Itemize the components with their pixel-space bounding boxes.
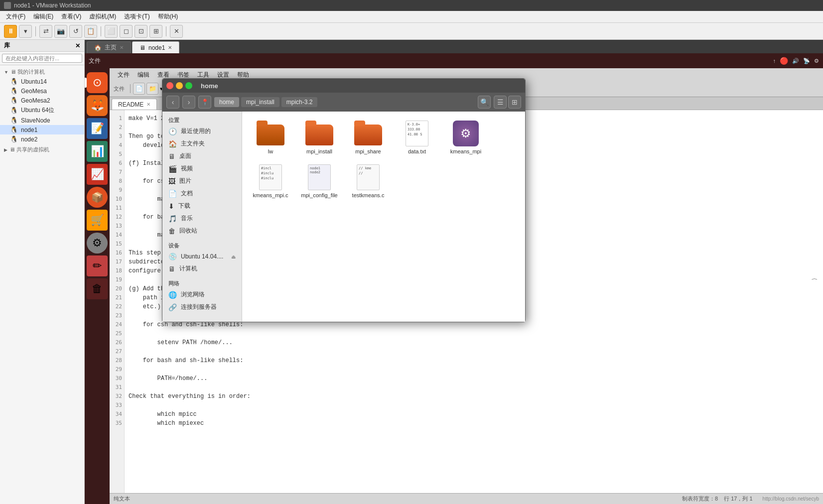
kate-open-btn[interactable]: 📁 — [146, 83, 158, 95]
fm-search-button[interactable]: 🔍 — [478, 96, 491, 109]
file-item-mpi-install[interactable]: mpi_install — [297, 118, 342, 157]
sidebar-item-geomesa2[interactable]: 🐧 GeoMesa2 — [0, 96, 84, 105]
firefox-icon: 🦊 — [91, 99, 104, 112]
ubuntu-desktop[interactable]: 文件 ↑ 🔴 🔊 📡 ⚙ ⊙ 🦊 📝 — [85, 53, 823, 504]
shared-vms-label[interactable]: ▶ 🖥 共享的虚拟机 — [0, 145, 84, 154]
dock-item-firefox[interactable]: 🦊 — [87, 95, 108, 116]
dock-item-writer[interactable]: 📝 — [87, 118, 108, 139]
fm-list-view-button[interactable]: ☰ — [494, 96, 507, 109]
dock-item-ubuntu[interactable]: ⊙ — [87, 72, 108, 93]
fm-docs-item[interactable]: 📄 文档 — [162, 187, 242, 200]
fm-downloads-item[interactable]: ⬇ 下载 — [162, 200, 242, 212]
sidebar-item-node2[interactable]: 🐧 node2 — [0, 134, 84, 144]
kate-tab-readme[interactable]: README ✕ — [112, 99, 157, 110]
panel-settings-icon[interactable]: ⚙ — [814, 58, 819, 64]
ubuntu-dock: ⊙ 🦊 📝 📊 📈 📦 🛒 — [85, 68, 110, 504]
pause-button[interactable]: ⏸ — [4, 25, 17, 38]
fm-computer-item[interactable]: 🖥 计算机 — [162, 262, 242, 275]
sidebar-search-input[interactable] — [2, 54, 82, 63]
file-item-testkmeans[interactable]: // kme// testkmeans.c — [346, 161, 391, 201]
tab-node1[interactable]: 🖥 node1 ✕ — [132, 41, 179, 53]
kate-statusbar: 纯文本 制表符宽度：8 行 17，列 1 http://blog.csdn.ne… — [110, 493, 823, 504]
fm-grid-view-button[interactable]: ⊞ — [508, 96, 521, 109]
fm-ubuntu-device-item[interactable]: 💿 Ubuntu 14.04.... ⏏ — [162, 251, 242, 262]
fm-forward-button[interactable]: › — [182, 96, 195, 109]
fm-music-item[interactable]: 🎵 音乐 — [162, 212, 242, 225]
fit-window-button[interactable]: ⊞ — [149, 25, 162, 38]
restore-snapshot-button[interactable]: ↺ — [69, 25, 82, 38]
dock-item-calc[interactable]: 📊 — [87, 141, 108, 162]
fm-location-toggle[interactable]: 📍 — [198, 96, 211, 109]
sidebar-item-geomesa[interactable]: 🐧 GeoMesa — [0, 86, 84, 96]
full-screen-button[interactable]: ⬜ — [105, 25, 118, 38]
sidebar-item-node1[interactable]: 🐧 node1 — [0, 125, 84, 134]
file-item-mpi-share[interactable]: mpi_share — [346, 118, 391, 157]
fm-home-item[interactable]: 🏠 主文件夹 — [162, 137, 242, 150]
kate-tab-readme-close[interactable]: ✕ — [146, 102, 150, 107]
file-item-lw[interactable]: lw — [248, 118, 293, 157]
menubar-item-文件(F)[interactable]: 文件(F) — [2, 11, 29, 22]
sidebar-item-ubuntu64[interactable]: 🐧 Ubuntu 64位 — [0, 105, 84, 116]
fm-minimize-button[interactable] — [176, 82, 183, 89]
panel-network-icon[interactable]: 📡 — [803, 58, 810, 64]
file-item-kmeans-mpi-c[interactable]: #incl#inclu#inclu kmeans_mpi.c — [248, 161, 293, 201]
dock-item-impress[interactable]: 📈 — [87, 164, 108, 185]
menubar-item-查看(V)[interactable]: 查看(V) — [57, 11, 85, 22]
dock-item-appstore[interactable]: 📦 — [87, 187, 108, 208]
dock-item-amazon[interactable]: 🛒 — [87, 210, 108, 231]
home-tab-close[interactable]: ✕ — [120, 45, 124, 50]
dock-item-settings[interactable]: ⚙ — [87, 233, 108, 253]
file-item-mpi-config[interactable]: node1node2 mpi_config_file — [297, 161, 342, 201]
fm-recent-item[interactable]: 🕐 最近使用的 — [162, 125, 242, 137]
fm-browse-network-item[interactable]: 🌐 浏览网络 — [162, 288, 242, 301]
send-ctrl-alt-del-button[interactable]: ⇄ — [39, 25, 52, 38]
menubar-item-帮助(H)[interactable]: 帮助(H) — [154, 11, 182, 22]
menubar-item-虚拟机(M)[interactable]: 虚拟机(M) — [85, 11, 120, 22]
ubuntu64-icon: 🐧 — [10, 107, 18, 114]
close-button[interactable]: ✕ — [170, 25, 183, 38]
breadcrumb-mpich[interactable]: mpich-3.2 — [281, 97, 318, 107]
ubuntu64-label: Ubuntu 64位 — [21, 106, 54, 115]
fm-back-button[interactable]: ‹ — [166, 96, 179, 109]
sidebar-item-ubuntu14[interactable]: 🐧 Ubuntu14 — [0, 77, 84, 86]
dock-item-trash[interactable]: 🗑 — [87, 278, 108, 299]
ubuntu14-icon: 🐧 — [10, 78, 18, 85]
breadcrumb-mpi-install[interactable]: mpi_install — [241, 97, 279, 107]
my-computer-label[interactable]: ▼ 🖥 我的计算机 — [0, 67, 84, 77]
snapshot-manager-button[interactable]: 📋 — [84, 25, 97, 38]
slavenode-icon: 🐧 — [10, 117, 18, 124]
fm-devices-title: 设备 — [162, 241, 242, 251]
fm-maximize-button[interactable] — [185, 82, 192, 89]
file-item-kmeans-mpi[interactable]: ⚙ kmeans_mpi — [443, 118, 488, 157]
menubar-item-选项卡(T)[interactable]: 选项卡(T) — [120, 11, 153, 22]
fm-pictures-item[interactable]: 🖼 图片 — [162, 175, 242, 187]
dock-item-editor[interactable]: ✏ — [87, 255, 108, 276]
tab-home[interactable]: 🏠 主页 ✕ — [87, 41, 131, 53]
eject-button[interactable]: ⏏ — [231, 254, 236, 259]
panel-volume-icon[interactable]: 🔊 — [792, 58, 799, 64]
pause-dropdown[interactable]: ▾ — [19, 25, 32, 38]
fm-close-button[interactable] — [166, 82, 173, 89]
fit-guest-button[interactable]: ⊡ — [135, 25, 147, 38]
unity-button[interactable]: ◻ — [120, 25, 133, 38]
node1-tab-close[interactable]: ✕ — [168, 45, 172, 50]
sidebar-item-slavenode[interactable]: 🐧 SlaveNode — [0, 116, 84, 125]
recent-icon: 🕐 — [168, 127, 177, 135]
snapshot-button[interactable]: 📷 — [54, 25, 67, 38]
fm-trash-item[interactable]: 🗑 回收站 — [162, 225, 242, 237]
fm-connect-server-item[interactable]: 🔗 连接到服务器 — [162, 301, 242, 313]
fm-video-item[interactable]: 🎬 视频 — [162, 162, 242, 175]
vm-resize-handle[interactable]: ⟨ — [811, 277, 819, 280]
vm-tabs: 🏠 主页 ✕ 🖥 node1 ✕ — [85, 40, 823, 53]
statusbar-position: 行 17，列 1 — [724, 495, 752, 503]
menubar-item-编辑(E)[interactable]: 编辑(E) — [29, 11, 57, 22]
kate-menu-file[interactable]: 文件 — [114, 70, 134, 80]
kate-menu-edit[interactable]: 编辑 — [134, 70, 153, 80]
sidebar-close-button[interactable]: ✕ — [75, 42, 80, 49]
titlebar: node1 - VMware Workstation — [0, 0, 823, 11]
kate-new-btn[interactable]: 📄 — [133, 83, 145, 95]
home-tab-icon: 🏠 — [94, 44, 102, 51]
breadcrumb-home[interactable]: home — [214, 97, 239, 107]
file-item-data-txt[interactable]: K-3.0=333.0041.00 S data.txt — [395, 118, 439, 157]
fm-desktop-item[interactable]: 🖥 桌面 — [162, 150, 242, 162]
